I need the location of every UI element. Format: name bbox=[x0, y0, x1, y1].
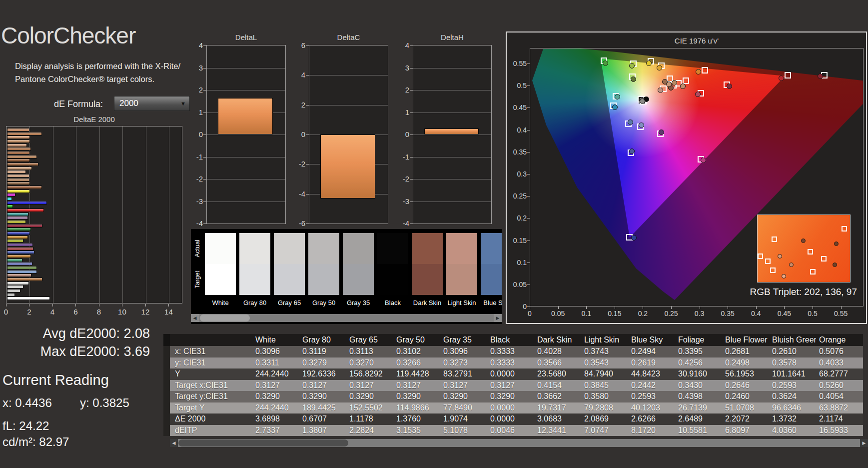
de-formula-dropdown[interactable]: 2000 ▼ bbox=[114, 96, 190, 111]
cie-target-square bbox=[785, 72, 791, 78]
table-scroll-right-arrow-icon[interactable]: ▶ bbox=[860, 439, 868, 447]
chevron-down-icon: ▼ bbox=[180, 100, 186, 106]
deltae-bar bbox=[7, 197, 12, 200]
table-scrollbar[interactable]: ◀ ▶ bbox=[170, 439, 868, 447]
table-cell: 84.7940 bbox=[581, 368, 628, 380]
deltae-x-tick bbox=[29, 304, 29, 306]
swatch-label: Blue Sky bbox=[481, 299, 502, 306]
delta-y-tick bbox=[410, 202, 413, 202]
delta-y-tick-label: 2 bbox=[186, 86, 203, 94]
swatch-gray-80 bbox=[239, 233, 270, 295]
table-cell: 0.3266 bbox=[393, 358, 440, 369]
swatch-label: Dark Skin bbox=[412, 299, 443, 306]
table-cell: 2.2072 bbox=[722, 414, 769, 425]
table-cell: 152.5502 bbox=[346, 402, 393, 414]
table-cell: 0.3270 bbox=[346, 358, 393, 369]
table-cell: 0.3290 bbox=[440, 391, 487, 402]
cie-y-tick-label: 0.2 bbox=[508, 214, 527, 222]
swatch-target-color bbox=[205, 264, 236, 295]
table-cell: 2.7337 bbox=[252, 425, 299, 436]
table-cell: 0.3290 bbox=[487, 391, 534, 402]
swatch-scroll-left-arrow-icon[interactable]: ◀ bbox=[191, 314, 199, 322]
delta-y-tick-label: 3 bbox=[392, 64, 409, 72]
deltae-gridline bbox=[169, 126, 169, 303]
deltal-chart: 43210-1-2-3-4 bbox=[206, 45, 286, 224]
table-cell: 0.6707 bbox=[299, 414, 346, 425]
inset-target-square bbox=[765, 258, 771, 264]
swatch-gray-50 bbox=[308, 233, 339, 295]
swatch-scrollbar-thumb[interactable] bbox=[200, 314, 250, 322]
cie-x-tick bbox=[784, 306, 785, 309]
table-cell: 0.2494 bbox=[628, 346, 675, 358]
delta-y-tick bbox=[306, 46, 309, 46]
table-scrollbar-thumb[interactable] bbox=[178, 440, 348, 446]
cie-x-tick-label: 0.2 bbox=[633, 310, 653, 318]
table-cell: 244.2440 bbox=[252, 368, 299, 380]
deltae-gridline bbox=[146, 126, 146, 303]
table-cell: 40.1203 bbox=[628, 402, 675, 414]
table-cell: 0.2498 bbox=[722, 358, 769, 369]
swatch-label: Gray 65 bbox=[274, 299, 305, 306]
swatch-label: White bbox=[205, 299, 236, 306]
table-cell: 5.1078 bbox=[440, 425, 487, 436]
deltah-chart-title: DeltaH bbox=[413, 33, 492, 42]
table-cell: 0.3290 bbox=[299, 391, 346, 402]
cie-y-tick-label: 0.55 bbox=[508, 60, 527, 68]
swatch-scroll-right-arrow-icon[interactable]: ▶ bbox=[494, 314, 502, 322]
swatch-scrollbar[interactable]: ◀ ▶ bbox=[191, 314, 502, 322]
deltae-gridline bbox=[99, 126, 100, 303]
table-cell: 0.5260 bbox=[816, 380, 863, 392]
delta-gridline bbox=[309, 105, 388, 106]
cie-measured-point bbox=[646, 60, 652, 66]
deltae-bar bbox=[7, 262, 32, 266]
swatch-label: Gray 80 bbox=[239, 299, 270, 306]
table-cell: 0.3127 bbox=[299, 380, 346, 392]
table-row-label: Target y:CIE31 bbox=[170, 391, 252, 402]
cie-x-tick bbox=[643, 306, 643, 309]
cie-chart-title: CIE 1976 u'v' bbox=[530, 36, 864, 45]
table-row-stub bbox=[163, 380, 170, 392]
table-cell: 0.3290 bbox=[393, 391, 440, 402]
table-row: Y244.2440192.6336156.8292119.442883.2791… bbox=[163, 368, 863, 380]
table-row-stub bbox=[163, 425, 170, 436]
deltae-bar bbox=[7, 247, 33, 250]
cie-measured-point bbox=[695, 92, 701, 97]
delta-bar bbox=[424, 128, 479, 134]
deltae-bar bbox=[7, 220, 26, 224]
table-cell: 0.4398 bbox=[675, 391, 722, 402]
table-column-header: Gray 35 bbox=[440, 334, 487, 346]
cie-y-tick bbox=[527, 64, 530, 64]
deltae-bar bbox=[7, 182, 30, 185]
delta-y-tick-label: -2 bbox=[186, 174, 203, 183]
table-header-label bbox=[170, 334, 252, 346]
delta-y-tick-label: -4 bbox=[288, 190, 305, 198]
swatch-blue-sky bbox=[481, 233, 502, 295]
deltae-bar bbox=[7, 236, 28, 239]
deltae-bar bbox=[7, 158, 30, 162]
colorchecker-app: ColorChecker Display analysis is perform… bbox=[0, 0, 868, 468]
max-de2000-readout: Max dE2000: 3.69 bbox=[10, 344, 150, 360]
cie-x-tick-label: 0.1 bbox=[576, 310, 596, 318]
table-cell: 0.3743 bbox=[581, 346, 628, 358]
delta-y-tick bbox=[203, 112, 206, 113]
deltae-x-tick-label: 0 bbox=[0, 308, 14, 316]
table-cell: 3.6898 bbox=[252, 414, 299, 425]
deltae-bar bbox=[7, 243, 33, 246]
cie-x-tick-label: 0 bbox=[520, 310, 540, 318]
table-cell: 8.1720 bbox=[628, 425, 675, 436]
cie-x-tick-label: 0.4 bbox=[746, 310, 766, 318]
table-column-header: Black bbox=[487, 334, 534, 346]
table-cell: 119.4428 bbox=[393, 368, 440, 380]
cie-x-tick-label: 0.15 bbox=[605, 310, 625, 318]
table-row-stub bbox=[163, 402, 170, 414]
table-scroll-left-arrow-icon[interactable]: ◀ bbox=[170, 439, 178, 447]
deltae-bar bbox=[7, 128, 29, 132]
table-column-header: Bluish Green bbox=[769, 334, 816, 346]
inset-target-square bbox=[821, 256, 827, 262]
inset-measured-point bbox=[789, 262, 794, 267]
deltae-x-tick-label: 2 bbox=[20, 308, 37, 316]
delta-y-tick-label: 0 bbox=[186, 130, 203, 138]
delta-bar bbox=[218, 98, 273, 134]
table-cell: 0.3430 bbox=[675, 380, 722, 392]
table-cell: 0.3113 bbox=[346, 346, 393, 358]
